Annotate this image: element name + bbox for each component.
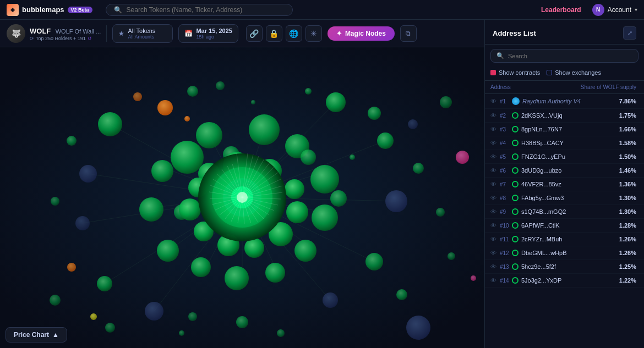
address-row[interactable]: 👁 #12 DbeGML...wHpB 1.26% xyxy=(485,246,644,260)
rank-number: #9 xyxy=(500,209,512,215)
rank-number: #6 xyxy=(500,168,512,174)
date-button[interactable]: 📅 Mar 15, 2025 15h ago xyxy=(178,24,238,43)
copy-icon-button[interactable]: ⧉ xyxy=(400,25,417,42)
logo-text: bubblemaps xyxy=(22,5,64,14)
show-contracts-checkbox[interactable]: Show contracts xyxy=(490,69,540,76)
link-icon-button[interactable]: 🔗 xyxy=(246,25,263,42)
date-text: Mar 15, 2025 15h ago xyxy=(196,27,232,40)
svg-point-82 xyxy=(285,179,304,199)
token-avatar: 🐺 xyxy=(7,24,25,43)
token-details: WOLF WOLF Of Wall ... ⟳ Top 250 Holders … xyxy=(30,26,101,41)
panel-title: Address List xyxy=(493,29,536,37)
address-row[interactable]: 👁 #2 2dKSSX...VUjq 1.75% xyxy=(485,109,644,123)
green-circle-icon xyxy=(512,222,519,229)
panel-search-bar[interactable]: 🔍 xyxy=(490,49,638,63)
svg-point-43 xyxy=(396,289,407,300)
svg-point-31 xyxy=(133,92,142,101)
svg-point-50 xyxy=(97,276,112,291)
filter-row: Show contracts Show exchanges xyxy=(485,67,644,81)
address-row[interactable]: 👁 #7 46VF2R...85vz 1.36% xyxy=(485,178,644,191)
svg-point-59 xyxy=(90,313,97,320)
svg-point-29 xyxy=(157,100,173,115)
leaderboard-link[interactable]: Leaderboard xyxy=(541,6,581,14)
share-percentage: 1.58% xyxy=(615,140,636,146)
green-circle-icon xyxy=(512,236,519,242)
eye-icon: 👁 xyxy=(490,112,496,119)
green-circle-icon xyxy=(512,195,519,201)
green-circle-icon xyxy=(512,167,519,174)
show-exchanges-checkbox[interactable]: Show exchanges xyxy=(547,69,601,76)
logo-area: ◈ bubblemaps V2 Beta xyxy=(7,4,92,16)
svg-point-28 xyxy=(51,197,59,206)
green-circle-icon xyxy=(512,181,519,187)
globe-icon-button[interactable]: 🌐 xyxy=(286,25,302,42)
eye-icon: 👁 xyxy=(490,277,496,284)
address-row[interactable]: 👁 #6 3dUD3g...ubzo 1.46% xyxy=(485,164,644,178)
eye-icon: 👁 xyxy=(490,208,496,215)
lock-icon-button[interactable]: 🔒 xyxy=(266,25,282,42)
eye-icon: 👁 xyxy=(490,236,496,242)
main-visualization: Price Chart ▲ xyxy=(0,47,484,348)
share-percentage: 1.30% xyxy=(615,208,636,215)
svg-point-76 xyxy=(301,150,316,165)
eye-icon: 👁 xyxy=(490,181,496,187)
rank-number: #5 xyxy=(500,154,512,160)
address-row[interactable]: 👁 #5 FNZG1G...yEPu 1.50% xyxy=(485,150,644,164)
price-chart-button[interactable]: Price Chart ▲ xyxy=(6,327,67,343)
svg-point-64 xyxy=(249,114,280,145)
panel-search-icon: 🔍 xyxy=(496,52,504,59)
svg-point-73 xyxy=(139,197,163,222)
address-row[interactable]: 👁 #10 6APfWF...CtiK 1.28% xyxy=(485,219,644,233)
panel-search-input[interactable] xyxy=(508,53,632,59)
address-list[interactable]: 👁 #1 Raydium Authority V4 7.86% 👁 #2 2dK… xyxy=(485,94,644,348)
account-area[interactable]: N Account ▾ xyxy=(592,4,637,16)
share-percentage: 1.30% xyxy=(615,195,636,201)
svg-point-54 xyxy=(305,88,312,95)
header: ◈ bubblemaps V2 Beta 🔍 Leaderboard N Acc… xyxy=(0,0,644,20)
rank-number: #12 xyxy=(500,250,512,256)
address-row[interactable]: 👁 #11 2cRYZr...MBuh 1.26% xyxy=(485,233,644,246)
svg-point-38 xyxy=(385,190,407,212)
address-label: 8gpNLn...76N7 xyxy=(521,126,615,132)
svg-point-70 xyxy=(225,266,249,290)
svg-point-35 xyxy=(377,132,394,149)
panel-header: Address List ⤢ xyxy=(485,20,644,45)
svg-point-51 xyxy=(67,263,76,272)
raydium-icon xyxy=(512,97,520,105)
green-circle-icon xyxy=(512,126,519,132)
price-chart-label: Price Chart xyxy=(14,331,49,339)
address-row[interactable]: 👁 #9 s1Q74B...mGQ2 1.30% xyxy=(485,205,644,219)
share-percentage: 7.86% xyxy=(615,98,636,104)
svg-point-66 xyxy=(310,165,339,194)
rank-number: #2 xyxy=(500,113,512,119)
filter-button[interactable]: ★ All Tokens All Amounts xyxy=(112,24,173,43)
share-percentage: 1.36% xyxy=(615,181,636,187)
magic-nodes-button[interactable]: ✦ Magic Nodes xyxy=(328,26,395,41)
address-row[interactable]: 👁 #3 8gpNLn...76N7 1.66% xyxy=(485,123,644,136)
address-label: 2cRYZr...MBuh xyxy=(521,236,615,242)
address-row[interactable]: 👁 #8 FAbg5y...Gmw3 1.30% xyxy=(485,191,644,205)
eye-icon: 👁 xyxy=(490,222,496,229)
svg-point-24 xyxy=(98,112,122,136)
global-search-bar[interactable]: 🔍 xyxy=(106,4,293,16)
panel-expand-button[interactable]: ⤢ xyxy=(623,26,636,40)
address-row[interactable]: 👁 #14 5Jo3g2...YxDP 1.22% xyxy=(485,274,644,288)
svg-point-44 xyxy=(323,292,338,308)
svg-point-25 xyxy=(79,165,97,183)
svg-point-83 xyxy=(286,201,308,223)
svg-point-61 xyxy=(277,329,285,337)
green-circle-icon xyxy=(512,153,519,160)
global-search-input[interactable] xyxy=(127,6,285,14)
eye-icon: 👁 xyxy=(490,126,496,132)
address-row[interactable]: 👁 #1 Raydium Authority V4 7.86% xyxy=(485,94,644,109)
svg-point-47 xyxy=(188,312,197,321)
eye-icon: 👁 xyxy=(490,167,496,174)
asterisk-icon-button[interactable]: ✳ xyxy=(305,25,322,42)
logo-icon: ◈ xyxy=(7,4,19,16)
token-holders: ⟳ Top 250 Holders + 191 ↺ xyxy=(30,36,101,41)
svg-point-72 xyxy=(157,240,179,262)
svg-point-57 xyxy=(447,252,455,260)
address-row[interactable]: 👁 #13 5hcz9e...5f2f 1.25% xyxy=(485,260,644,274)
sparkle-icon: ✦ xyxy=(336,30,342,37)
address-row[interactable]: 👁 #4 H38BSj...CACY 1.58% xyxy=(485,136,644,150)
